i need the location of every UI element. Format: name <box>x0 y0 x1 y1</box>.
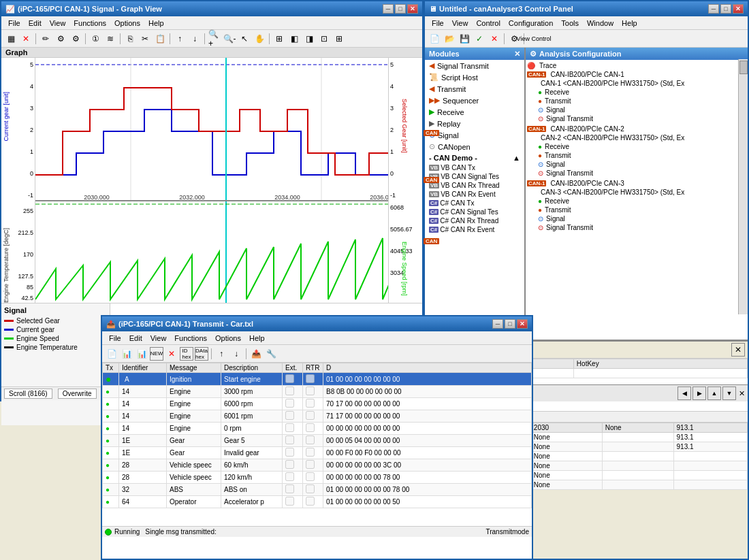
ext-cb-9[interactable] <box>285 472 294 481</box>
tree-can2-receive[interactable]: ● Receive <box>538 142 746 151</box>
rtr-cb-1[interactable] <box>306 374 315 383</box>
cp-menu-control[interactable]: Control <box>472 18 504 28</box>
module-canopen[interactable]: ⊙ CANopen <box>425 141 524 152</box>
cp-tb-view[interactable]: View Control <box>527 32 541 46</box>
table-row[interactable]: ● 14Engine6000 rpm 70 17 00 00 00 00 00 … <box>103 398 532 410</box>
tb-copy[interactable]: ⎘ <box>123 32 137 46</box>
close-button[interactable]: ✕ <box>407 4 418 14</box>
tree-can3-signal-transmit[interactable]: ⊙ Signal Transmit <box>538 223 746 232</box>
tw-menu-file[interactable]: File <box>105 333 125 343</box>
tb-zoom-out[interactable]: 🔍- <box>223 32 236 46</box>
rtr-cb-10[interactable] <box>306 484 315 493</box>
table-row[interactable]: ● 28Vehicle speec120 km/h 00 00 00 00 00… <box>103 472 532 484</box>
module-signal[interactable]: ⊙ Signal <box>425 129 524 141</box>
layout-nav-down[interactable]: ▼ <box>722 386 736 400</box>
tb-left[interactable]: ◧ <box>287 32 301 46</box>
module-script-host[interactable]: 📜 Script Host <box>425 71 524 83</box>
ext-cb-8[interactable] <box>285 460 294 469</box>
tree-can1-receive[interactable]: ● Receive <box>538 88 746 97</box>
table-row[interactable]: ● 32ABSABS on 01 00 00 00 00 00 00 78 00 <box>103 484 532 496</box>
tb-fit[interactable]: ⊞ <box>272 32 286 46</box>
rtr-cb-3[interactable] <box>306 399 315 408</box>
tw-menu-edit[interactable]: Edit <box>125 333 146 343</box>
tree-can3-header[interactable]: CAN-1 CAN-IB200/PCIe CAN-3 <box>527 179 746 188</box>
menu-help[interactable]: Help <box>144 18 168 28</box>
menu-file[interactable]: File <box>4 18 25 28</box>
cp-close[interactable]: ✕ <box>733 4 744 14</box>
tree-can1-signal[interactable]: ⊙ Signal <box>538 105 746 114</box>
table-row[interactable]: ● 64OperatorAccelerator p 01 00 00 00 00… <box>103 496 532 508</box>
tw-tb-send[interactable]: 📤 <box>249 347 263 361</box>
vb-can-tx[interactable]: VB VB CAN Tx <box>425 163 524 172</box>
ext-cb-7[interactable] <box>285 448 294 457</box>
rtr-cb-11[interactable] <box>306 497 315 506</box>
tree-trace[interactable]: 🔴 Trace <box>527 61 746 70</box>
tw-tb-new[interactable]: 📄 <box>105 347 118 361</box>
cp-maximize[interactable]: □ <box>720 4 731 14</box>
cp-tb-check[interactable]: ✓ <box>473 32 486 46</box>
tw-tb-data[interactable]: DAtahex <box>195 347 208 361</box>
vb-can-rx-thread[interactable]: VB VB CAN Rx Thread <box>425 181 524 190</box>
rtr-cb-2[interactable] <box>306 386 315 395</box>
rtr-cb-8[interactable] <box>306 460 315 469</box>
cs-can-rx-event[interactable]: C# C# CAN Rx Event <box>425 225 524 234</box>
tb-grid[interactable]: ▦ <box>4 32 18 46</box>
ext-cb-11[interactable] <box>285 497 294 506</box>
tb-down[interactable]: ↓ <box>188 32 202 46</box>
tw-maximize[interactable]: □ <box>505 319 515 329</box>
layout-nav-up[interactable]: ▲ <box>707 386 721 400</box>
cp-menu-tools[interactable]: Tools <box>557 18 583 28</box>
tree-can2-transmit[interactable]: ● Transmit <box>538 151 746 160</box>
module-transmit[interactable]: ◀ Transmit <box>425 83 524 95</box>
tw-tb-id[interactable]: IDhex <box>180 347 193 361</box>
module-can-demo[interactable]: - CAN Demo - ▲ <box>425 152 524 163</box>
tb-gear2[interactable]: ⚙ <box>69 32 82 46</box>
cs-can-signal-tes[interactable]: C# C# CAN Signal Tes <box>425 208 524 216</box>
ext-cb-1[interactable] <box>285 374 294 383</box>
rtr-cb-5[interactable] <box>306 423 315 432</box>
tw-tb-up[interactable]: ↑ <box>214 347 228 361</box>
tw-menu-options[interactable]: Options <box>211 333 245 343</box>
ext-cb-10[interactable] <box>285 484 294 493</box>
menu-view[interactable]: View <box>46 18 70 28</box>
tree-can1-signal-transmit[interactable]: ⊙ Signal Transmit <box>538 114 746 123</box>
cp-tb-x[interactable]: ✕ <box>488 32 501 46</box>
modules-close-btn[interactable]: ✕ <box>514 50 520 59</box>
table-row[interactable]: ● 1EGearInvalid gear 00 00 F0 00 F0 00 0… <box>103 447 532 459</box>
tb-pen[interactable]: ✏ <box>39 32 52 46</box>
tree-can3-signal[interactable]: ⊙ Signal <box>538 214 746 223</box>
table-row[interactable]: ● A Ignition Start engine 01 00 00 00 00… <box>103 373 532 386</box>
rtr-cb-6[interactable] <box>306 435 315 444</box>
layout-x-btn[interactable]: ✕ <box>739 389 745 398</box>
tw-tb-down[interactable]: ↓ <box>229 347 243 361</box>
table-row[interactable]: ● 1EGearGear 5 00 00 05 04 00 00 00 00 <box>103 435 532 447</box>
overwrite-button[interactable]: Overwrite <box>58 389 97 399</box>
rtr-cb-9[interactable] <box>306 472 315 481</box>
ext-cb-4[interactable] <box>285 411 294 420</box>
cp-menu-config[interactable]: Configuration <box>505 18 557 28</box>
ext-cb-2[interactable] <box>285 386 294 395</box>
cs-can-tx[interactable]: C# C# CAN Tx <box>425 199 524 208</box>
tw-menu-view[interactable]: View <box>146 333 171 343</box>
module-receive[interactable]: ▶ Receive <box>425 106 524 118</box>
table-row[interactable]: ● 14Engine0 rpm 00 00 00 00 00 00 00 00 <box>103 423 532 435</box>
tb-top[interactable]: ⊡ <box>317 32 331 46</box>
tree-can1-transmit[interactable]: ● Transmit <box>538 97 746 105</box>
cs-can-rx-thread[interactable]: C# C# CAN Rx Thread <box>425 216 524 225</box>
rtr-cb-7[interactable] <box>306 448 315 457</box>
cp-tb-save[interactable]: 💾 <box>458 32 471 46</box>
tw-menu-functions[interactable]: Functions <box>170 333 211 343</box>
tb-cut[interactable]: ✂ <box>138 32 152 46</box>
layout-nav-left[interactable]: ◀ <box>678 386 691 400</box>
module-sequencer[interactable]: ▶▶ Sequencer <box>425 95 524 106</box>
tw-tb-save[interactable]: 📊 <box>135 347 148 361</box>
tb-right[interactable]: ◨ <box>302 32 316 46</box>
cp-menu-view[interactable]: View <box>448 18 473 28</box>
table-row[interactable]: ● 28Vehicle speec60 km/h 00 00 00 00 00 … <box>103 459 532 472</box>
tb-bottom[interactable]: ⊞ <box>332 32 346 46</box>
tw-tb-del[interactable]: ✕ <box>165 347 178 361</box>
tree-can3-receive[interactable]: ● Receive <box>538 197 746 205</box>
tb-1[interactable]: ① <box>89 32 102 46</box>
tb-sig[interactable]: ≋ <box>103 32 117 46</box>
rtr-cb-4[interactable] <box>306 411 315 420</box>
